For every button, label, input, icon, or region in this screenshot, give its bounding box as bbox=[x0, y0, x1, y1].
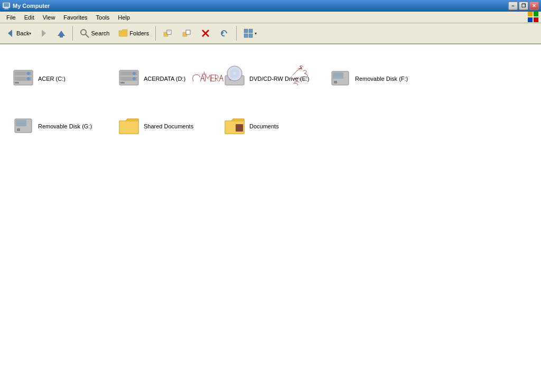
title-bar-left: My Computer bbox=[2, 2, 50, 10]
content-area: ACER (C:) ACERDATA (D:) bbox=[0, 44, 541, 161]
copy-icon bbox=[181, 28, 192, 39]
view-button[interactable]: ▾ bbox=[239, 25, 260, 42]
drive-d-label: ACERDATA (D:) bbox=[144, 76, 185, 82]
view-dropdown-icon: ▾ bbox=[255, 31, 257, 36]
title-text: My Computer bbox=[13, 3, 50, 9]
svg-point-42 bbox=[233, 72, 236, 75]
drive-e[interactable]: DVD/CD-RW Drive (E:) bbox=[219, 55, 320, 102]
menu-help[interactable]: Help bbox=[114, 13, 134, 22]
forward-button[interactable] bbox=[35, 25, 52, 42]
shared-docs-label: Shared Documents bbox=[144, 123, 193, 129]
documents-icon bbox=[224, 116, 245, 137]
search-label: Search bbox=[91, 30, 109, 36]
drive-g[interactable]: Removable Disk (G:) bbox=[8, 102, 108, 150]
shared-documents[interactable]: Shared Documents bbox=[114, 102, 214, 150]
removable-g-icon bbox=[13, 116, 34, 137]
removable-f-icon bbox=[330, 68, 351, 89]
svg-marker-8 bbox=[8, 30, 12, 37]
toolbar-separator-1 bbox=[72, 26, 73, 41]
back-button[interactable]: Back ▾ bbox=[2, 25, 34, 42]
menu-file[interactable]: File bbox=[2, 13, 20, 22]
documents-label: Documents bbox=[249, 123, 279, 129]
delete-button[interactable] bbox=[197, 25, 214, 42]
menu-bar: File Edit View Favorites Tools Help bbox=[0, 12, 541, 23]
svg-point-12 bbox=[81, 30, 86, 35]
svg-rect-45 bbox=[333, 72, 343, 79]
title-bar-buttons[interactable]: − ❐ ✕ bbox=[508, 2, 539, 10]
drive-c[interactable]: ACER (C:) bbox=[8, 55, 108, 102]
svg-rect-11 bbox=[60, 35, 63, 38]
restore-button[interactable]: ❐ bbox=[519, 2, 528, 10]
icons-grid: ACER (C:) ACERDATA (D:) bbox=[5, 50, 536, 155]
drive-g-label: Removable Disk (G:) bbox=[38, 123, 92, 129]
computer-icon bbox=[2, 2, 11, 10]
menu-tools[interactable]: Tools bbox=[92, 13, 114, 22]
svg-rect-25 bbox=[249, 34, 253, 38]
folders-label: Folders bbox=[129, 30, 149, 36]
undo-button[interactable] bbox=[216, 25, 234, 42]
toolbar-separator-2 bbox=[155, 26, 156, 41]
close-button[interactable]: ✕ bbox=[529, 2, 539, 10]
menu-edit[interactable]: Edit bbox=[20, 13, 39, 22]
title-bar: My Computer − ❐ ✕ bbox=[0, 0, 541, 12]
search-button[interactable]: Search bbox=[76, 25, 113, 42]
minimize-button[interactable]: − bbox=[508, 2, 518, 10]
back-arrow-icon bbox=[5, 27, 16, 39]
svg-rect-37 bbox=[120, 82, 125, 83]
dvd-e-icon bbox=[224, 68, 245, 89]
drive-f[interactable]: Removable Disk (F:) bbox=[325, 55, 425, 102]
svg-point-35 bbox=[133, 72, 136, 75]
forward-arrow-icon bbox=[38, 27, 49, 39]
view-icon bbox=[243, 28, 254, 39]
svg-point-29 bbox=[27, 72, 30, 75]
menu-view[interactable]: View bbox=[39, 13, 60, 22]
hdd-d-icon bbox=[118, 68, 139, 89]
undo-icon bbox=[219, 28, 230, 39]
svg-rect-46 bbox=[334, 81, 337, 83]
svg-rect-24 bbox=[244, 34, 248, 38]
drive-e-label: DVD/CD-RW Drive (E:) bbox=[249, 76, 309, 82]
svg-rect-48 bbox=[16, 120, 26, 126]
svg-rect-3 bbox=[4, 9, 9, 10]
svg-rect-7 bbox=[534, 17, 538, 22]
delete-icon bbox=[200, 28, 211, 39]
svg-rect-50 bbox=[236, 124, 243, 132]
svg-marker-9 bbox=[42, 30, 46, 37]
svg-rect-2 bbox=[5, 8, 8, 9]
drive-d[interactable]: ACERDATA (D:) bbox=[114, 55, 214, 102]
windows-logo bbox=[527, 11, 539, 24]
search-icon bbox=[79, 28, 90, 39]
folders-button[interactable]: Folders bbox=[114, 25, 153, 42]
svg-rect-1 bbox=[4, 3, 9, 7]
toolbar: Back ▾ Search Folders bbox=[0, 23, 541, 44]
svg-rect-4 bbox=[528, 12, 533, 16]
shared-docs-icon bbox=[118, 116, 139, 137]
svg-marker-21 bbox=[222, 31, 224, 34]
folders-icon bbox=[118, 28, 128, 39]
hdd-c-icon bbox=[13, 68, 34, 89]
menu-favorites[interactable]: Favorites bbox=[59, 13, 91, 22]
back-label: Back bbox=[16, 30, 29, 36]
svg-point-36 bbox=[133, 77, 136, 80]
svg-line-13 bbox=[86, 34, 89, 38]
svg-rect-49 bbox=[17, 128, 20, 131]
drive-c-label: ACER (C:) bbox=[38, 76, 66, 82]
documents[interactable]: Documents bbox=[219, 102, 320, 150]
svg-rect-6 bbox=[528, 17, 533, 22]
svg-point-30 bbox=[27, 77, 30, 80]
toolbar-separator-3 bbox=[236, 26, 237, 41]
back-dropdown-icon: ▾ bbox=[29, 31, 31, 36]
move-to-button[interactable] bbox=[158, 25, 176, 42]
svg-rect-23 bbox=[249, 29, 253, 33]
svg-rect-5 bbox=[534, 12, 538, 16]
move-icon bbox=[162, 28, 173, 39]
copy-to-button[interactable] bbox=[178, 25, 195, 42]
svg-rect-22 bbox=[244, 29, 248, 33]
drive-f-label: Removable Disk (F:) bbox=[355, 76, 408, 82]
up-button[interactable] bbox=[53, 25, 70, 42]
svg-rect-18 bbox=[186, 30, 190, 34]
empty-slot-1 bbox=[431, 55, 536, 102]
svg-rect-31 bbox=[15, 82, 19, 83]
up-arrow-icon bbox=[55, 27, 67, 39]
